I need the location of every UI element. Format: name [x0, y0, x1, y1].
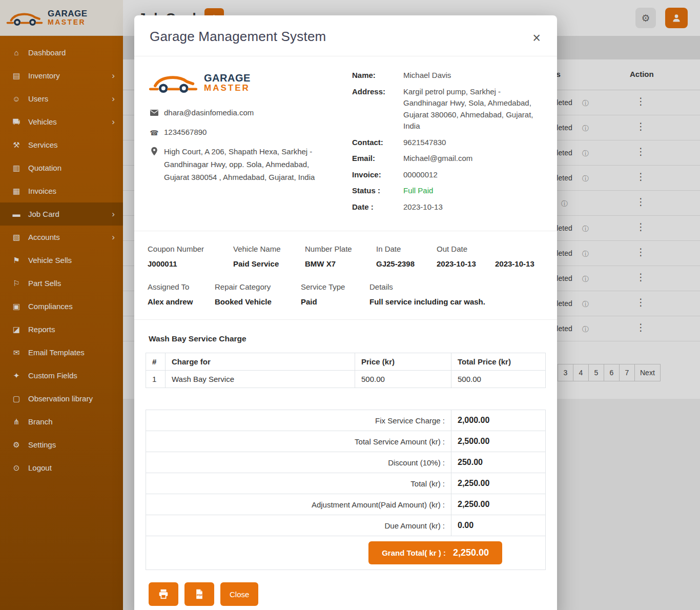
- price-value: 500.00: [355, 371, 451, 388]
- payment-status-row: Status : Full Paid: [352, 185, 546, 197]
- customer-address: Kargil petrol pump, Sarkhej - Gandhinaga…: [403, 86, 545, 132]
- grand-total-value: 2,250.00: [453, 547, 489, 558]
- number-plate-header: Number Plate: [305, 245, 376, 253]
- customer-address-row: Address: Kargil petrol pump, Sarkhej - G…: [352, 86, 546, 132]
- details-value: Full service including car wash.: [369, 297, 546, 306]
- customer-name-row: Name: Michael Davis: [352, 70, 546, 82]
- garage-email: dhara@dasinfomedia.com: [164, 107, 254, 119]
- grand-total-label: Grand Total( kr ) :: [382, 548, 446, 557]
- invoice-header-section: GARAGE MASTER dhara@dasinfomedia.com ☎ 1…: [146, 56, 546, 217]
- wash-bay-table: # Charge for Price (kr) Total Price (kr)…: [146, 353, 546, 388]
- invoice-date-row: Date : 2023-10-13: [352, 201, 546, 213]
- due-amount-label: Due Amount (kr) :: [146, 515, 451, 536]
- grand-total-cell: Grand Total( kr ) : 2,250.00: [146, 536, 546, 570]
- job-info-row-1: Coupon Number Vehicle Name Number Plate …: [146, 245, 546, 268]
- discount-label: Discount (10%) :: [146, 452, 451, 473]
- repair-category-value: Booked Vehicle: [215, 297, 301, 306]
- adjustment-amount-label: Adjustment Amount(Paid Amount) (kr) :: [146, 494, 451, 515]
- out-date-header: Out Date: [437, 245, 495, 253]
- phone-icon: ☎: [150, 126, 159, 139]
- divider: [134, 319, 557, 320]
- pdf-file-icon: PDF: [194, 588, 204, 600]
- printer-icon: [158, 588, 169, 600]
- grand-total-button[interactable]: Grand Total( kr ) : 2,250.00: [368, 541, 502, 564]
- garage-phone: 1234567890: [164, 126, 207, 139]
- field-label: Email:: [352, 153, 403, 165]
- modal-title: Garage Management System: [150, 29, 542, 45]
- in-date-value: GJ25-2398: [376, 259, 437, 268]
- customer-name: Michael Davis: [403, 70, 451, 82]
- totals-row: Total Service Amount (kr) : 2,500.00: [146, 431, 546, 452]
- out-date-value: 2023-10-13: [437, 259, 495, 268]
- empty-header: [495, 245, 546, 253]
- number-plate-value: BMW X7: [305, 259, 376, 268]
- modal-body: GARAGE MASTER dhara@dasinfomedia.com ☎ 1…: [134, 56, 557, 606]
- totals-row: Adjustment Amount(Paid Amount) (kr) : 2,…: [146, 494, 546, 515]
- app-root: GARAGE MASTER ⌂ Dashboard ▤ Inventory › …: [0, 0, 700, 610]
- in-date-header: In Date: [376, 245, 437, 253]
- fix-service-charge-label: Fix Service Charge :: [146, 410, 451, 431]
- location-pin-icon: [150, 146, 159, 159]
- service-type-header: Service Type: [301, 282, 369, 291]
- close-modal-button[interactable]: Close: [220, 582, 258, 606]
- coupon-number-value: J000011: [148, 259, 233, 268]
- field-label: Invoice:: [352, 169, 403, 181]
- garage-address-row: High Court, A 206, Shapath Hexa, Sarkhej…: [150, 146, 352, 184]
- field-label: Address:: [352, 86, 403, 132]
- customer-contact: 9621547830: [403, 137, 446, 149]
- print-button[interactable]: [149, 582, 178, 606]
- job-info-headers: Assigned To Repair Category Service Type…: [146, 282, 546, 291]
- column-header-charge-for: Charge for: [166, 353, 355, 371]
- customer-email: Michael@gmail.com: [403, 153, 472, 165]
- service-type-value: Paid: [301, 297, 369, 306]
- column-header-number: #: [146, 353, 166, 371]
- discount-value: 250.00: [451, 452, 546, 473]
- export-pdf-button[interactable]: PDF: [184, 582, 214, 606]
- customer-contact-row: Contact: 9621547830: [352, 137, 546, 149]
- details-header: Details: [369, 282, 546, 291]
- invoice-number: 00000012: [403, 169, 438, 181]
- garage-phone-row: ☎ 1234567890: [150, 126, 352, 139]
- fix-service-charge-value: 2,000.00: [451, 410, 546, 431]
- column-header-total-price: Total Price (kr): [451, 353, 546, 371]
- extra-date-value: 2023-10-13: [495, 259, 546, 268]
- repair-category-header: Repair Category: [215, 282, 301, 291]
- charge-for-value: Wash Bay Service: [166, 371, 355, 388]
- logo-car-icon: [149, 70, 198, 95]
- job-info-values: Alex andrew Booked Vehicle Paid Full ser…: [146, 297, 546, 306]
- svg-text:PDF: PDF: [197, 594, 203, 597]
- brand-name-top: GARAGE: [204, 73, 251, 84]
- modal-header: Garage Management System ×: [134, 15, 557, 56]
- total-service-amount-label: Total Service Amount (kr) :: [146, 431, 451, 452]
- grand-total-row: Grand Total( kr ) : 2,250.00: [146, 536, 546, 570]
- totals-row: Discount (10%) : 250.00: [146, 452, 546, 473]
- job-card-detail-modal: Garage Management System × GARAGE: [134, 15, 557, 610]
- assigned-to-value: Alex andrew: [148, 297, 215, 306]
- job-info-headers: Coupon Number Vehicle Name Number Plate …: [146, 245, 546, 253]
- envelope-icon: [150, 107, 159, 119]
- garage-address: High Court, A 206, Shapath Hexa, Sarkhej…: [164, 146, 326, 184]
- totals-row: Due Amount (kr) : 0.00: [146, 515, 546, 536]
- job-info-values: J000011 Paid Service BMW X7 GJ25-2398 20…: [146, 259, 546, 268]
- total-price-value: 500.00: [451, 371, 546, 388]
- wash-bay-row: 1 Wash Bay Service 500.00 500.00: [146, 371, 546, 388]
- column-header-price: Price (kr): [355, 353, 451, 371]
- adjustment-amount-value: 2,250.00: [451, 494, 546, 515]
- row-number: 1: [146, 371, 166, 388]
- divider: [134, 231, 557, 231]
- garage-logo: GARAGE MASTER: [149, 70, 352, 95]
- field-label: Contact:: [352, 137, 403, 149]
- total-label: Total (kr) :: [146, 473, 451, 494]
- brand-name: GARAGE MASTER: [204, 73, 251, 93]
- brand-name-bottom: MASTER: [204, 84, 251, 93]
- wash-bay-header-row: # Charge for Price (kr) Total Price (kr): [146, 353, 546, 371]
- field-label: Date :: [352, 201, 403, 213]
- garage-email-row: dhara@dasinfomedia.com: [150, 107, 352, 119]
- coupon-number-header: Coupon Number: [148, 245, 233, 253]
- close-icon[interactable]: ×: [529, 31, 544, 46]
- field-label: Name:: [352, 70, 403, 82]
- job-info-row-2: Assigned To Repair Category Service Type…: [146, 282, 546, 306]
- due-amount-value: 0.00: [451, 515, 546, 536]
- garage-info-column: GARAGE MASTER dhara@dasinfomedia.com ☎ 1…: [146, 68, 352, 217]
- assigned-to-header: Assigned To: [148, 282, 215, 291]
